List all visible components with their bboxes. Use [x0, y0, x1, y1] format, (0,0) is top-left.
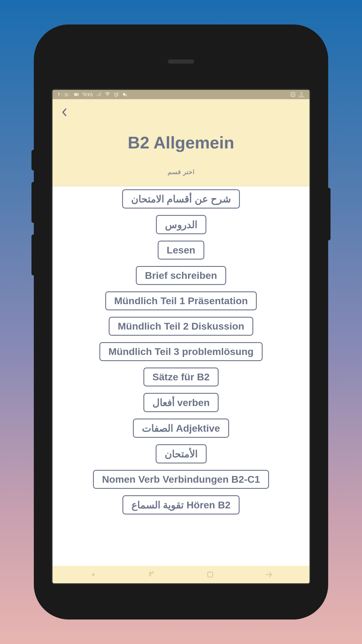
side-button [31, 235, 35, 275]
side-button [31, 150, 35, 170]
signal-icon [96, 92, 102, 97]
svg-rect-6 [208, 572, 213, 577]
svg-rect-2 [78, 94, 79, 95]
menu-item[interactable]: Mündlich Teil 3 problemlösung [99, 342, 263, 361]
menu-item[interactable]: Adjektive الصفات [133, 419, 229, 438]
wifi-icon [105, 92, 110, 97]
menu-item[interactable]: Nomen Verb Verbindungen B2-C1 [93, 470, 269, 489]
navigation-bar [52, 566, 310, 583]
page-subtitle: اختر قسم [58, 168, 304, 176]
page-title: B2 Allgemein [58, 133, 304, 152]
menu-item[interactable]: Mündlich Teil 1 Präsentation [105, 291, 257, 310]
svg-point-5 [92, 573, 95, 576]
check-icon [290, 92, 296, 97]
side-button [327, 188, 331, 240]
alarm-icon [113, 92, 119, 97]
menu-item[interactable]: Lesen [158, 241, 204, 260]
chevron-left-icon [61, 108, 67, 116]
status-battery: %٧٥ [82, 91, 93, 98]
status-bar: ٢٠:٥٠ %٧٥ [52, 90, 310, 99]
side-button [31, 182, 35, 223]
header: B2 Allgemein اختر قسم [52, 99, 310, 186]
battery-icon [74, 92, 80, 97]
svg-rect-1 [75, 94, 77, 95]
svg-rect-4 [291, 92, 295, 96]
menu-item[interactable]: الدروس [156, 215, 206, 234]
speed-unit: KB/s [299, 95, 304, 98]
menu-item[interactable]: verben أفعال [143, 393, 219, 412]
menu-item[interactable]: Brief schreiben [136, 266, 226, 285]
phone-frame: ٢٠:٥٠ %٧٥ [34, 24, 328, 620]
back-button[interactable] [58, 106, 70, 118]
nav-back-button[interactable] [260, 569, 277, 580]
screen: ٢٠:٥٠ %٧٥ [51, 89, 311, 584]
menu-item[interactable]: شرح عن أقسام الامتحان [122, 189, 240, 209]
menu-item[interactable]: Hören B2 تقوية السماع [122, 495, 240, 514]
nav-recent-button[interactable] [143, 569, 161, 580]
mute-icon [122, 92, 128, 97]
menu-item[interactable]: Mündlich Teil 2 Diskussion [109, 317, 253, 336]
nav-menu-button[interactable] [85, 569, 102, 580]
menu-item[interactable]: Sätze für B2 [143, 368, 219, 386]
status-left: ٢٠:٥٠ %٧٥ [58, 91, 128, 98]
speed-value: 2 [301, 91, 303, 95]
nav-home-button[interactable] [201, 569, 219, 580]
status-speed: 2 KB/s [299, 91, 304, 98]
menu-item[interactable]: الأمتحان [156, 444, 207, 463]
status-right: 2 KB/s [290, 91, 304, 98]
status-time: ٢٠:٥٠ [58, 91, 71, 98]
menu-list: شرح عن أقسام الامتحان الدروس Lesen Brief… [52, 186, 310, 566]
